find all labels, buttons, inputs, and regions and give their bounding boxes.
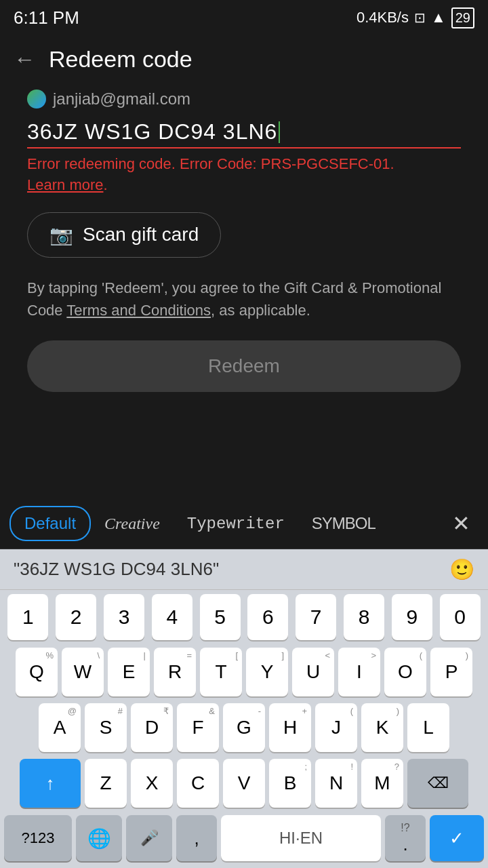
suggestion-text[interactable]: "36JZ WS1G DC94 3LN6"	[14, 559, 219, 580]
comma-key[interactable]: ,	[176, 815, 217, 861]
network-speed: 0.4KB/s	[357, 9, 409, 26]
status-icons: 0.4KB/s ⊡ ▲ 29	[357, 7, 474, 28]
scan-gift-card-button[interactable]: 📷 Scan gift card	[27, 212, 221, 258]
keyboard: Default Creative Typewriter SYMBOL ✕ "36…	[0, 498, 488, 868]
key-4[interactable]: 4	[152, 594, 192, 640]
key-u[interactable]: <U	[292, 648, 334, 696]
battery-icon: 29	[451, 7, 474, 28]
sim-icon: ⊡	[414, 9, 426, 26]
key-q[interactable]: %Q	[16, 648, 58, 696]
back-button[interactable]: ←	[14, 47, 35, 72]
content-area: janjiab@gmail.com 36JZ WS1G DC94 3LN6 Er…	[0, 83, 488, 399]
tab-typewriter[interactable]: Typewriter	[174, 508, 298, 540]
code-input-value[interactable]: 36JZ WS1G DC94 3LN6	[27, 119, 277, 144]
redeem-button[interactable]: Redeem	[27, 340, 461, 392]
camera-icon: 📷	[49, 224, 73, 246]
key-p[interactable]: )P	[430, 648, 472, 696]
key-1[interactable]: 1	[7, 594, 48, 640]
header: ← Redeem code	[0, 35, 488, 83]
key-b[interactable]: ;B	[269, 759, 311, 808]
terms-text: By tapping 'Redeem', you agree to the Gi…	[27, 277, 461, 321]
tab-default[interactable]: Default	[9, 506, 91, 541]
checkmark-icon: ✓	[449, 828, 464, 849]
globe-key[interactable]: 🌐	[76, 815, 122, 861]
email-row: janjiab@gmail.com	[27, 90, 461, 108]
suggestion-bar: "36JZ WS1G DC94 3LN6" 🙂	[0, 549, 488, 590]
key-s[interactable]: #S	[85, 703, 127, 752]
delete-key[interactable]: ⌫	[407, 759, 468, 808]
key-3[interactable]: 3	[104, 594, 144, 640]
mic-key[interactable]: 🎤	[126, 815, 172, 861]
gmail-icon	[27, 90, 46, 108]
key-d[interactable]: ₹D	[131, 703, 173, 752]
page-title: Redeem code	[49, 46, 192, 73]
error-message: Error redeeming code. Error Code: PRS-PG…	[27, 154, 461, 196]
status-time: 6:11 PM	[14, 7, 79, 28]
keyboard-tabs: Default Creative Typewriter SYMBOL ✕	[0, 498, 488, 549]
key-z[interactable]: Z	[85, 759, 127, 808]
emoji-button[interactable]: 🙂	[449, 557, 474, 581]
key-8[interactable]: 8	[344, 594, 384, 640]
key-9[interactable]: 9	[392, 594, 432, 640]
key-m[interactable]: ?M	[361, 759, 403, 808]
key-r[interactable]: =R	[154, 648, 196, 696]
terms-link[interactable]: Terms and Conditions	[66, 302, 211, 319]
key-e[interactable]: |E	[108, 648, 150, 696]
key-g[interactable]: -G	[223, 703, 265, 752]
tab-creative[interactable]: Creative	[91, 508, 174, 540]
code-input-container: 36JZ WS1G DC94 3LN6	[27, 119, 461, 149]
key-n[interactable]: !N	[315, 759, 357, 808]
keyboard-close-button[interactable]: ✕	[444, 505, 479, 542]
key-0[interactable]: 0	[440, 594, 481, 640]
cursor	[279, 121, 280, 143]
shift-key[interactable]: ↑	[20, 759, 81, 808]
scan-button-label: Scan gift card	[83, 224, 199, 245]
key-7[interactable]: 7	[296, 594, 336, 640]
key-o[interactable]: (O	[384, 648, 426, 696]
row-zxcv: ↑ Z X C V ;B !N ?M ⌫	[0, 755, 488, 811]
key-f[interactable]: &F	[177, 703, 219, 752]
key-x[interactable]: X	[131, 759, 173, 808]
key-i[interactable]: >I	[338, 648, 380, 696]
key-5[interactable]: 5	[200, 594, 241, 640]
key-y[interactable]: ]Y	[246, 648, 288, 696]
key-c[interactable]: C	[177, 759, 219, 808]
key-v[interactable]: V	[223, 759, 265, 808]
key-l[interactable]: L	[407, 703, 449, 752]
num-switch-key[interactable]: ?123	[4, 815, 72, 861]
space-key[interactable]: HI·EN	[221, 815, 381, 861]
enter-key[interactable]: ✓	[430, 815, 484, 861]
key-h[interactable]: +H	[269, 703, 311, 752]
key-6[interactable]: 6	[247, 594, 288, 640]
status-bar: 6:11 PM 0.4KB/s ⊡ ▲ 29	[0, 0, 488, 35]
period-key[interactable]: !? .	[385, 815, 426, 861]
tab-symbol[interactable]: SYMBOL	[298, 507, 389, 540]
key-a[interactable]: @A	[39, 703, 81, 752]
bottom-row: ?123 🌐 🎤 , HI·EN !? . ✓	[0, 811, 488, 868]
key-j[interactable]: (J	[315, 703, 357, 752]
key-2[interactable]: 2	[56, 594, 96, 640]
learn-more-link[interactable]: Learn more	[27, 176, 104, 193]
email-address: janjiab@gmail.com	[53, 90, 190, 108]
wifi-icon: ▲	[431, 9, 446, 26]
key-k[interactable]: )K	[361, 703, 403, 752]
key-t[interactable]: [T	[200, 648, 242, 696]
number-row: 1 2 3 4 5 6 7 8 9 0	[0, 590, 488, 644]
key-w[interactable]: \W	[62, 648, 104, 696]
row-qwerty: %Q \W |E =R [T ]Y <U >I (O )P	[0, 644, 488, 700]
row-asdf: @A #S ₹D &F -G +H (J )K L	[0, 700, 488, 755]
